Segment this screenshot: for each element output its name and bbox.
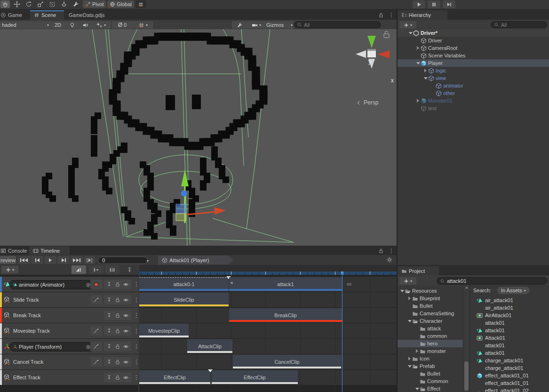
project-folder[interactable]: Effect bbox=[398, 385, 463, 392]
curves-button[interactable] bbox=[90, 326, 102, 336]
expander-icon[interactable] bbox=[414, 385, 420, 392]
grid-visibility-dropdown[interactable]: ▾ bbox=[133, 21, 153, 29]
scroll-up-arrow-icon[interactable] bbox=[465, 287, 468, 288]
transform-tool-button[interactable] bbox=[59, 0, 69, 8]
hierarchy-item[interactable]: Driver* bbox=[398, 29, 549, 37]
expander-icon[interactable] bbox=[414, 325, 420, 332]
gizmos-dropdown[interactable]: Gizmos▾ bbox=[264, 21, 294, 29]
curves-button[interactable] bbox=[90, 342, 102, 351]
project-folder[interactable]: Bullet bbox=[398, 370, 463, 377]
project-folder[interactable]: Bullet bbox=[398, 302, 463, 310]
frame-number-field[interactable]: 0 bbox=[98, 256, 148, 264]
pin-icon[interactable] bbox=[106, 359, 112, 365]
timeline-track-header[interactable]: Player (Transform) Player (Transform) ⋮ bbox=[0, 339, 138, 354]
expander-icon[interactable] bbox=[407, 302, 412, 310]
track-object-field[interactable]: Player (Transform) bbox=[9, 342, 94, 352]
timeline-track-header[interactable]: Slide Track Slide Track ⋮ bbox=[0, 292, 138, 307]
timeline-track-header[interactable]: Effect Track Effect Track ⋮ bbox=[0, 370, 138, 385]
hierarchy-item[interactable]: Scene Variables bbox=[398, 52, 549, 59]
expander-icon[interactable] bbox=[430, 89, 436, 97]
search-result-item[interactable]: air_attack01 bbox=[470, 304, 549, 312]
add-track-button[interactable]: ▾ bbox=[1, 266, 18, 273]
hierarchy-item[interactable]: view bbox=[398, 74, 549, 82]
hierarchy-item[interactable]: animator bbox=[398, 82, 549, 89]
expander-icon[interactable] bbox=[415, 52, 421, 59]
hand-tool-button[interactable] bbox=[0, 0, 10, 8]
lock-icon[interactable] bbox=[378, 12, 384, 18]
frame-field-dropdown[interactable]: ▾ bbox=[147, 257, 149, 263]
project-folder[interactable]: attack bbox=[398, 325, 463, 332]
expander-icon[interactable] bbox=[414, 332, 420, 340]
search-result-item[interactable]: effect_attack01_01 bbox=[470, 372, 549, 379]
lock-icon[interactable] bbox=[115, 359, 120, 365]
timeline-play-button[interactable] bbox=[44, 256, 56, 264]
track-menu-icon[interactable]: ⋮ bbox=[134, 313, 139, 318]
project-folder[interactable]: CameraSetting bbox=[398, 310, 463, 317]
perspective-toggle[interactable]: Persp bbox=[356, 99, 378, 106]
preview-toggle-button[interactable]: review bbox=[0, 256, 16, 264]
expander-icon[interactable] bbox=[415, 59, 421, 67]
camera-dropdown[interactable]: ▾ bbox=[246, 21, 267, 29]
lock-icon[interactable] bbox=[115, 328, 120, 334]
eye-icon[interactable] bbox=[123, 281, 129, 288]
eye-icon[interactable] bbox=[123, 312, 129, 319]
lock-icon[interactable] bbox=[378, 248, 384, 254]
expander-icon[interactable] bbox=[407, 295, 412, 302]
scene-audio-button[interactable] bbox=[78, 21, 92, 29]
project-folder[interactable]: Icon bbox=[398, 355, 463, 362]
eye-icon[interactable] bbox=[123, 359, 129, 365]
expander-icon[interactable] bbox=[423, 74, 428, 82]
ripple-mode-button[interactable] bbox=[89, 265, 103, 274]
track-object-field[interactable]: animator (Animator) bbox=[9, 280, 94, 289]
timeline-clip[interactable]: AttackClip bbox=[187, 339, 232, 353]
project-folder[interactable]: Character bbox=[398, 317, 463, 325]
rect-tool-button[interactable] bbox=[48, 0, 57, 8]
expander-icon[interactable] bbox=[407, 362, 412, 370]
timeline-clip[interactable]: attack1◀ bbox=[229, 277, 342, 291]
play-range-button[interactable]: [] bbox=[84, 256, 95, 264]
axis-x-label[interactable]: x bbox=[391, 77, 394, 84]
timeline-clip[interactable]: attack0-1 bbox=[139, 277, 229, 291]
timeline-settings-button[interactable] bbox=[386, 256, 393, 263]
shading-dropdown[interactable]: haded▾ bbox=[0, 21, 51, 29]
search-result-item[interactable]: effect_attack01_02 bbox=[470, 387, 549, 392]
expander-icon[interactable] bbox=[414, 370, 420, 377]
hierarchy-item[interactable]: other bbox=[398, 89, 549, 97]
pin-icon[interactable] bbox=[106, 375, 112, 380]
expander-icon[interactable] bbox=[415, 104, 421, 112]
track-menu-icon[interactable]: ⋮ bbox=[134, 360, 139, 364]
scene-visibility-button[interactable]: Ø0 bbox=[112, 21, 133, 29]
pin-icon[interactable] bbox=[106, 344, 112, 349]
timeline-track-header[interactable]: Break Track Break Track ⋮ bbox=[0, 308, 138, 323]
expander-icon[interactable] bbox=[414, 340, 420, 347]
curves-button[interactable] bbox=[90, 295, 102, 304]
step-button[interactable] bbox=[443, 0, 455, 8]
expander-icon[interactable] bbox=[414, 347, 420, 355]
project-folder[interactable]: Resources bbox=[398, 287, 463, 295]
lock-icon[interactable] bbox=[115, 375, 120, 380]
hierarchy-item[interactable]: Player bbox=[398, 59, 549, 67]
search-result-item[interactable]: attack01 bbox=[470, 319, 549, 327]
track-menu-icon[interactable]: ⋮ bbox=[134, 328, 139, 333]
track-menu-icon[interactable]: ⋮ bbox=[134, 344, 139, 349]
expander-icon[interactable] bbox=[407, 355, 412, 362]
expander-icon[interactable] bbox=[414, 377, 420, 385]
timeline-clip[interactable]: MovestepClip bbox=[139, 324, 189, 337]
scene-viewport[interactable]: y x Persp bbox=[0, 29, 397, 246]
scene-lighting-button[interactable] bbox=[65, 21, 79, 29]
timeline-breadcrumb[interactable]: Attack01 (Player) bbox=[158, 256, 233, 264]
hierarchy-item[interactable]: Monster01 bbox=[398, 97, 549, 104]
eye-icon[interactable] bbox=[123, 297, 129, 303]
search-result-item[interactable]: effect_attack01_01 bbox=[470, 379, 549, 387]
hierarchy-item[interactable]: test bbox=[398, 104, 549, 112]
project-folder[interactable]: monster bbox=[398, 347, 463, 355]
pin-icon[interactable] bbox=[106, 312, 112, 318]
scrollbar-thumb[interactable] bbox=[464, 361, 469, 391]
play-button[interactable] bbox=[413, 0, 425, 8]
timeline-track-header[interactable]: animator (Animator) animator (Animator) … bbox=[0, 277, 138, 292]
timeline-clip[interactable]: SlideClip bbox=[139, 293, 229, 306]
eye-icon[interactable] bbox=[123, 328, 129, 334]
search-result-item[interactable]: attack01 bbox=[470, 349, 549, 357]
search-result-item[interactable]: attack01 bbox=[470, 327, 549, 334]
expander-icon[interactable] bbox=[423, 67, 428, 74]
